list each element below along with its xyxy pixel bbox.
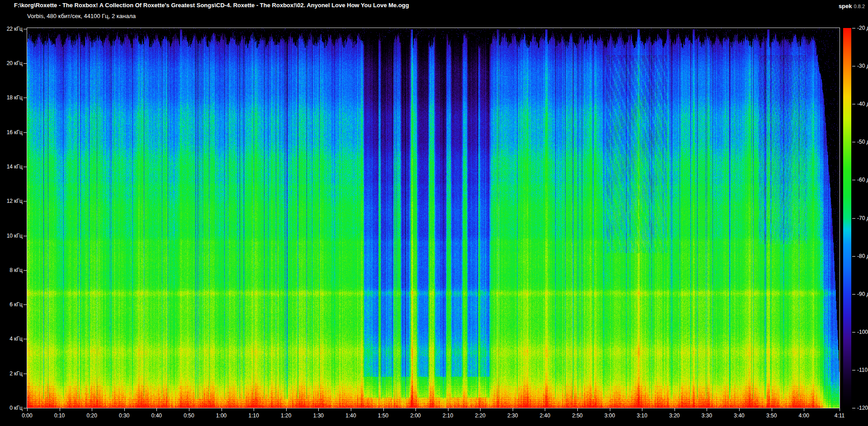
app-version: 0.8.2 xyxy=(854,4,865,9)
time-tick-label: 1:30 xyxy=(313,413,324,418)
time-tick-label: 2:20 xyxy=(475,413,486,418)
db-tick-mark xyxy=(852,218,855,219)
freq-tick-mark xyxy=(24,374,27,374)
app-name: spek xyxy=(839,3,852,9)
spek-window: { "header": { "file_path": "F:\\korg\\Ro… xyxy=(0,0,868,426)
time-tick-mark xyxy=(60,408,60,411)
time-tick-mark xyxy=(772,408,772,411)
time-tick-label: 3:00 xyxy=(604,413,615,418)
db-tick-mark xyxy=(852,104,855,104)
time-tick-label: 3:20 xyxy=(669,413,679,418)
db-tick-mark xyxy=(852,370,855,370)
time-tick-mark xyxy=(415,408,416,411)
freq-tick-label: 16 кГц xyxy=(1,130,23,135)
freq-tick-label: 4 кГц xyxy=(1,336,23,342)
freq-tick-mark xyxy=(24,270,27,271)
time-tick-label: 0:10 xyxy=(54,413,65,418)
time-tick-label: 3:30 xyxy=(702,413,712,418)
file-path-title: F:\korg\Roxette - The Roxbox! A Collecti… xyxy=(14,2,409,9)
time-tick-mark xyxy=(124,408,125,411)
stream-info: Vorbis, 480 кбит/сек, 44100 Гц, 2 канала xyxy=(27,13,136,19)
db-tick-label: -100 дБ xyxy=(857,329,868,335)
time-tick-mark xyxy=(840,408,840,411)
freq-tick-mark xyxy=(24,339,27,339)
time-tick-mark xyxy=(254,408,254,411)
freq-tick-label: 12 кГц xyxy=(1,198,23,204)
time-tick-mark xyxy=(707,408,707,411)
db-tick-mark xyxy=(852,66,855,66)
freq-tick-label: 8 кГц xyxy=(1,267,23,273)
time-tick-mark xyxy=(642,408,642,411)
freq-tick-label: 14 кГц xyxy=(1,164,23,169)
time-tick-label: 0:00 xyxy=(22,413,32,418)
freq-tick-mark xyxy=(24,167,27,167)
freq-tick-mark xyxy=(24,408,27,408)
freq-tick-mark xyxy=(24,201,27,201)
time-tick-label: 3:40 xyxy=(734,413,744,418)
time-tick-mark xyxy=(156,408,157,411)
freq-tick-mark xyxy=(24,236,27,236)
time-tick-label: 1:40 xyxy=(345,413,356,418)
time-tick-label: 0:50 xyxy=(184,413,194,418)
db-tick-label: -30 дБ xyxy=(857,63,868,69)
time-tick-label: 1:00 xyxy=(216,413,226,418)
time-tick-label: 3:50 xyxy=(766,413,777,418)
db-tick-label: -70 дБ xyxy=(857,215,868,221)
db-tick-label: -90 дБ xyxy=(857,291,868,297)
time-tick-label: 1:50 xyxy=(378,413,388,418)
time-tick-mark xyxy=(513,408,513,411)
time-tick-mark xyxy=(804,408,804,411)
time-tick-mark xyxy=(577,408,578,411)
time-tick-mark xyxy=(92,408,92,411)
time-tick-label: 3:10 xyxy=(637,413,647,418)
freq-tick-label: 20 кГц xyxy=(1,61,23,66)
time-tick-mark xyxy=(480,408,481,411)
time-tick-mark xyxy=(318,408,319,411)
db-tick-label: -50 дБ xyxy=(857,139,868,145)
spectrogram-canvas xyxy=(27,28,840,408)
freq-tick-mark xyxy=(24,63,27,64)
db-tick-mark xyxy=(852,256,855,257)
freq-tick-mark xyxy=(24,304,27,305)
app-brand: spek0.8.2 xyxy=(839,2,865,10)
db-tick-label: -110 дБ xyxy=(857,367,868,373)
time-tick-label: 0:30 xyxy=(119,413,129,418)
db-tick-label: -120 дБ xyxy=(857,405,868,411)
freq-tick-label: 0 кГц xyxy=(1,405,23,411)
db-tick-label: -80 дБ xyxy=(857,253,868,259)
time-tick-mark xyxy=(189,408,189,411)
time-tick-label: 4:11 xyxy=(835,413,844,418)
db-tick-mark xyxy=(852,28,855,28)
freq-tick-label: 6 кГц xyxy=(1,302,23,307)
time-tick-mark xyxy=(383,408,384,411)
db-tick-label: -60 дБ xyxy=(857,177,868,183)
db-tick-mark xyxy=(852,332,855,332)
time-tick-mark xyxy=(27,408,28,411)
time-tick-label: 2:40 xyxy=(540,413,550,418)
time-tick-label: 2:30 xyxy=(507,413,518,418)
time-tick-mark xyxy=(448,408,448,411)
db-tick-mark xyxy=(852,180,855,180)
time-tick-label: 2:50 xyxy=(572,413,582,418)
time-tick-label: 4:00 xyxy=(799,413,809,418)
db-tick-label: -20 дБ xyxy=(857,25,868,31)
db-tick-label: -40 дБ xyxy=(857,101,868,107)
time-tick-label: 0:40 xyxy=(151,413,162,418)
db-tick-mark xyxy=(852,142,855,142)
freq-tick-label: 10 кГц xyxy=(1,233,23,239)
db-colorbar xyxy=(843,28,851,408)
freq-tick-label: 18 кГц xyxy=(1,95,23,100)
time-tick-label: 2:00 xyxy=(410,413,420,418)
freq-tick-mark xyxy=(24,98,27,98)
time-tick-mark xyxy=(675,408,675,411)
spectrogram-plot xyxy=(27,28,840,408)
time-tick-label: 0:20 xyxy=(86,413,97,418)
time-tick-label: 1:10 xyxy=(248,413,259,418)
time-tick-mark xyxy=(545,408,545,411)
time-tick-label: 2:10 xyxy=(443,413,453,418)
db-colorbar-canvas xyxy=(843,28,851,408)
time-tick-mark xyxy=(351,408,351,411)
time-tick-mark xyxy=(739,408,740,411)
freq-tick-label: 22 кГц xyxy=(1,26,23,32)
freq-tick-label: 2 кГц xyxy=(1,371,23,376)
